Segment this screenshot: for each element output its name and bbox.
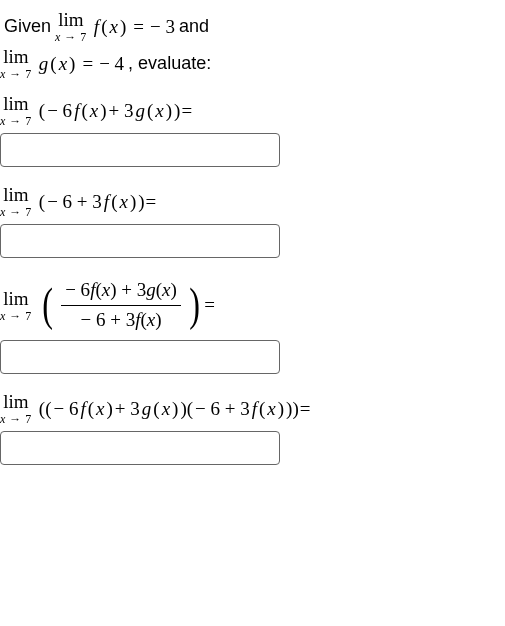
answer-input-4[interactable]	[0, 431, 280, 465]
q3-denominator: − 6 + 3f(x)	[76, 306, 165, 335]
given-line-1: Given lim x → 7 f(x) = − 3 and	[0, 10, 505, 43]
equals: =	[181, 100, 192, 122]
q3-fraction: − 6f(x) + 3g(x) − 6 + 3f(x)	[57, 276, 185, 334]
equals: =	[204, 294, 215, 316]
equals: =	[300, 398, 311, 420]
q4-line: lim x → 7 (( − 6f(x) + 3g(x))( − 6 + 3f(…	[0, 392, 505, 425]
lim-label: lim	[3, 289, 28, 308]
q1-expr: ( − 6f(x) + 3g(x))	[38, 100, 182, 122]
left-paren-icon: (	[41, 282, 55, 328]
right-paren-icon: )	[188, 282, 202, 328]
lim-sub: x → 7	[0, 413, 32, 425]
equals: =	[146, 191, 157, 213]
question-3: lim x → 7 ( − 6f(x) + 3g(x) − 6 + 3f(x) …	[0, 276, 505, 374]
answer-input-2[interactable]	[0, 224, 280, 258]
equals: =	[127, 16, 150, 38]
lim-sub: x → 7	[0, 206, 32, 218]
limit-symbol: lim x → 7	[0, 392, 32, 425]
lim-label: lim	[3, 392, 28, 411]
equals: =	[76, 53, 99, 75]
lim-label: lim	[58, 10, 83, 29]
lim-sub: x → 7	[0, 68, 32, 80]
q3-line: lim x → 7 ( − 6f(x) + 3g(x) − 6 + 3f(x) …	[0, 276, 505, 334]
lim-label: lim	[3, 185, 28, 204]
q4-expr: (( − 6f(x) + 3g(x))( − 6 + 3f(x)))	[38, 398, 300, 420]
lim-sub: x → 7	[55, 31, 87, 43]
question-4: lim x → 7 (( − 6f(x) + 3g(x))( − 6 + 3f(…	[0, 392, 505, 465]
question-2: lim x → 7 ( − 6 + 3f(x)) =	[0, 185, 505, 258]
limit-symbol: lim x → 7	[0, 185, 32, 218]
q2-line: lim x → 7 ( − 6 + 3f(x)) =	[0, 185, 505, 218]
limit-symbol: lim x → 7	[0, 94, 32, 127]
limit-symbol: lim x → 7	[0, 289, 32, 322]
q3-numerator: − 6f(x) + 3g(x)	[61, 276, 181, 305]
q1-line: lim x → 7 ( − 6f(x) + 3g(x)) =	[0, 94, 505, 127]
problem-page: Given lim x → 7 f(x) = − 3 and lim x → 7…	[0, 0, 505, 465]
evaluate-text: , evaluate:	[124, 53, 215, 74]
answer-input-1[interactable]	[0, 133, 280, 167]
given-line-2: lim x → 7 g(x) = − 4 , evaluate:	[0, 47, 505, 80]
lim-label: lim	[3, 94, 28, 113]
limit-symbol: lim x → 7	[0, 47, 32, 80]
q2-expr: ( − 6 + 3f(x))	[38, 191, 146, 213]
limit-symbol: lim x → 7	[55, 10, 87, 43]
q3-paren: ( − 6f(x) + 3g(x) − 6 + 3f(x) )	[38, 276, 204, 334]
lim-sub: x → 7	[0, 310, 32, 322]
fx-expr: f(x)	[93, 16, 127, 38]
and-text: and	[175, 16, 213, 37]
given-prefix: Given	[0, 16, 55, 37]
gx-expr: g(x)	[38, 53, 77, 75]
lim-label: lim	[3, 47, 28, 66]
g-value: − 4	[99, 53, 124, 75]
question-1: lim x → 7 ( − 6f(x) + 3g(x)) =	[0, 94, 505, 167]
lim-sub: x → 7	[0, 115, 32, 127]
answer-input-3[interactable]	[0, 340, 280, 374]
f-value: − 3	[150, 16, 175, 38]
